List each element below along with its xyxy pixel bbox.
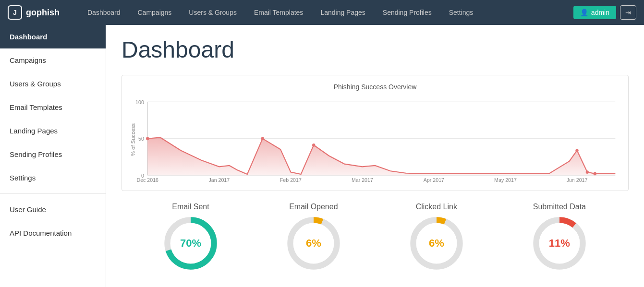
logo[interactable]: J gophish [8,5,60,20]
svg-text:Dec 2016: Dec 2016 [137,177,159,182]
stat-clicked-link-label: Clicked Link [416,203,457,211]
page-title: Dashboard [122,36,629,63]
chart-container: 100 50 0 % of Success [130,96,620,183]
page-divider [122,65,629,65]
chart-section: Phishing Success Overview 100 50 0 % of … [122,75,629,191]
logo-icon: J [8,5,22,20]
content-area: Dashboard Phishing Success Overview 100 … [106,25,644,287]
svg-point-12 [586,170,589,174]
svg-point-9 [261,137,264,140]
sidebar-item-campaigns[interactable]: Campaigns [0,48,106,72]
svg-point-8 [146,137,149,140]
svg-point-13 [594,172,596,176]
topnav-campaigns[interactable]: Campaigns [129,0,181,25]
stat-email-sent-label: Email Sent [172,203,209,211]
sidebar-item-sending-profiles[interactable]: Sending Profiles [0,143,106,166]
stat-clicked-link: Clicked Link 6% [410,203,463,270]
sidebar-item-api-docs[interactable]: API Documentation [0,221,106,245]
sidebar-item-settings[interactable]: Settings [0,166,106,190]
svg-text:Jun 2017: Jun 2017 [567,177,588,182]
sidebar-item-dashboard[interactable]: Dashboard [0,25,106,48]
svg-text:Apr 2017: Apr 2017 [424,177,444,182]
logout-button[interactable]: ⇥ [620,5,636,20]
stat-submitted-data: Submitted Data 11% [533,203,586,270]
sidebar-item-email-templates[interactable]: Email Templates [0,96,106,119]
svg-text:Feb 2017: Feb 2017 [280,177,302,182]
topnav-users-groups[interactable]: Users & Groups [180,0,245,25]
admin-button[interactable]: 👤 admin [573,6,616,19]
svg-point-10 [312,144,315,147]
donut-email-opened: 6% [287,217,340,270]
stat-email-opened-label: Email Opened [289,203,338,211]
topnav-landing-pages[interactable]: Landing Pages [312,0,374,25]
admin-label: admin [591,9,609,16]
stat-submitted-data-value: 11% [549,237,570,250]
sidebar-item-landing-pages[interactable]: Landing Pages [0,119,106,143]
stat-submitted-data-label: Submitted Data [533,203,586,211]
user-icon: 👤 [580,9,588,16]
stat-email-sent: Email Sent 70% [164,203,217,270]
stat-clicked-link-value: 6% [429,237,444,250]
svg-text:Mar 2017: Mar 2017 [352,177,373,182]
stat-email-sent-value: 70% [180,237,201,250]
svg-text:May 2017: May 2017 [494,177,517,182]
topnav-sending-profiles[interactable]: Sending Profiles [374,0,440,25]
sidebar-item-users-groups[interactable]: Users & Groups [0,72,106,96]
donut-submitted-data: 11% [533,217,586,270]
topnav-dashboard[interactable]: Dashboard [79,0,129,25]
main-layout: Dashboard Campaigns Users & Groups Email… [0,25,644,287]
stat-email-opened: Email Opened 6% [287,203,340,270]
chart-title: Phishing Success Overview [130,83,620,91]
sidebar-item-user-guide[interactable]: User Guide [0,198,106,221]
sidebar: Dashboard Campaigns Users & Groups Email… [0,25,106,287]
topnav-email-templates[interactable]: Email Templates [245,0,312,25]
topnav-links: Dashboard Campaigns Users & Groups Email… [79,0,573,25]
chart-svg: 100 50 0 % of Success [130,96,620,183]
stat-email-opened-value: 6% [306,237,321,250]
svg-text:Jan 2017: Jan 2017 [208,177,230,182]
sidebar-divider [0,193,106,194]
topnav-right: 👤 admin ⇥ [573,5,636,20]
svg-text:% of Success: % of Success [130,123,136,156]
donut-clicked-link: 6% [410,217,463,270]
logout-icon: ⇥ [625,9,631,16]
topnav-settings[interactable]: Settings [440,0,482,25]
svg-text:50: 50 [138,136,144,142]
svg-point-11 [575,149,578,152]
svg-text:100: 100 [135,99,144,105]
stats-row: Email Sent 70% Email Opened [122,203,629,270]
logo-text: gophish [26,8,60,18]
donut-email-sent: 70% [164,217,217,270]
topnav: J gophish Dashboard Campaigns Users & Gr… [0,0,644,25]
